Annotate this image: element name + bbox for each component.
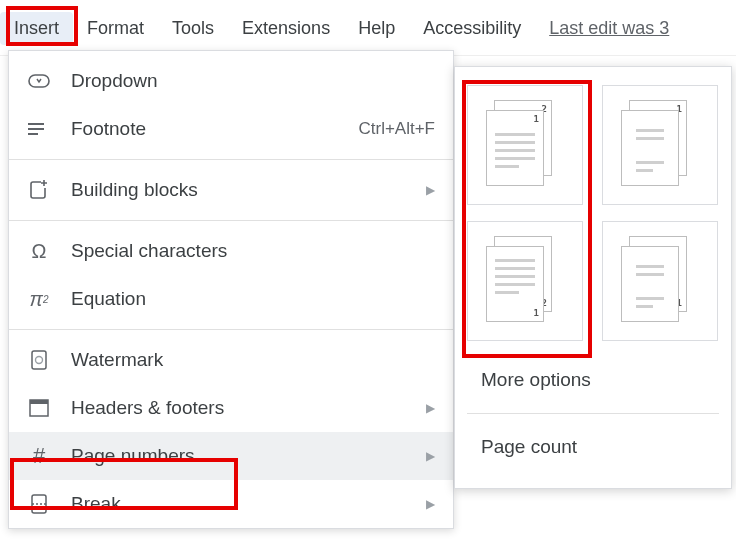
more-options[interactable]: More options	[467, 351, 719, 409]
headers-footers-icon	[27, 396, 51, 420]
menu-item-label: Equation	[71, 288, 435, 310]
menu-tools-label: Tools	[172, 18, 214, 38]
menu-item-headers-footers[interactable]: Headers & footers ▶	[9, 384, 453, 432]
pagenum-bottom-right-all[interactable]: 2 1	[467, 221, 583, 341]
menu-format-label: Format	[87, 18, 144, 38]
chevron-right-icon: ▶	[426, 183, 435, 197]
pagenum-bottom-right-skip-first[interactable]: 1	[602, 221, 718, 341]
menu-separator	[9, 220, 453, 221]
menubar: Insert Format Tools Extensions Help Acce…	[0, 0, 736, 56]
menu-accessibility-label: Accessibility	[423, 18, 521, 38]
break-icon	[27, 492, 51, 516]
footnote-icon	[27, 117, 51, 141]
page-number-thumbnails: 2 1 1 2 1	[467, 85, 719, 341]
page-numbers-submenu: 2 1 1 2 1	[454, 66, 732, 489]
menu-insert-label: Insert	[14, 18, 59, 38]
chevron-right-icon: ▶	[426, 401, 435, 415]
menu-separator	[9, 329, 453, 330]
menu-item-watermark[interactable]: Watermark	[9, 336, 453, 384]
menu-insert[interactable]: Insert	[0, 12, 73, 45]
menu-item-page-numbers[interactable]: # Page numbers ▶	[9, 432, 453, 480]
menu-item-label: Dropdown	[71, 70, 435, 92]
menu-item-special-characters[interactable]: Ω Special characters	[9, 227, 453, 275]
menu-item-equation[interactable]: π2 Equation	[9, 275, 453, 323]
dropdown-icon	[27, 69, 51, 93]
pagenum-top-right-skip-first[interactable]: 1	[602, 85, 718, 205]
svg-point-7	[36, 357, 43, 364]
pagenum-top-right-all[interactable]: 2 1	[467, 85, 583, 205]
menu-extensions-label: Extensions	[242, 18, 330, 38]
chevron-right-icon: ▶	[426, 497, 435, 511]
svg-rect-5	[41, 180, 49, 188]
pi-icon: π2	[27, 287, 51, 311]
svg-rect-3	[28, 133, 38, 135]
menu-help-label: Help	[358, 18, 395, 38]
chevron-right-icon: ▶	[426, 449, 435, 463]
menu-item-label: Special characters	[71, 240, 435, 262]
menu-item-dropdown[interactable]: Dropdown	[9, 57, 453, 105]
svg-rect-6	[32, 351, 46, 369]
menu-item-label: Headers & footers	[71, 397, 426, 419]
menu-item-shortcut: Ctrl+Alt+F	[358, 119, 435, 139]
menu-item-label: Watermark	[71, 349, 435, 371]
menu-item-label: Break	[71, 493, 426, 515]
submenu-separator	[467, 413, 719, 414]
watermark-icon	[27, 348, 51, 372]
menu-item-label: Building blocks	[71, 179, 426, 201]
menu-help[interactable]: Help	[344, 12, 409, 45]
svg-rect-2	[28, 128, 44, 130]
svg-rect-1	[28, 123, 44, 125]
page-count[interactable]: Page count	[467, 418, 719, 476]
page-num-1: 1	[533, 114, 540, 124]
menu-separator	[9, 159, 453, 160]
menu-item-break[interactable]: Break ▶	[9, 480, 453, 528]
menu-item-footnote[interactable]: Footnote Ctrl+Alt+F	[9, 105, 453, 153]
omega-icon: Ω	[27, 239, 51, 263]
menu-item-building-blocks[interactable]: Building blocks ▶	[9, 166, 453, 214]
menu-format[interactable]: Format	[73, 12, 158, 45]
building-blocks-icon	[27, 178, 51, 202]
hash-icon: #	[27, 444, 51, 468]
menu-accessibility[interactable]: Accessibility	[409, 12, 535, 45]
menu-item-label: Footnote	[71, 118, 358, 140]
svg-rect-10	[32, 495, 46, 513]
menu-tools[interactable]: Tools	[158, 12, 228, 45]
insert-dropdown: Dropdown Footnote Ctrl+Alt+F Building bl…	[8, 50, 454, 529]
menu-item-label: Page numbers	[71, 445, 426, 467]
page-num-1: 1	[533, 308, 540, 318]
svg-rect-9	[30, 400, 48, 404]
last-edit-link[interactable]: Last edit was 3	[549, 18, 669, 39]
menu-extensions[interactable]: Extensions	[228, 12, 344, 45]
